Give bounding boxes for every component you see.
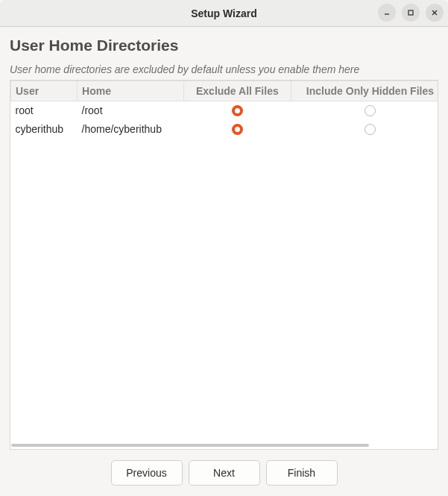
cell-hidden [291, 101, 438, 120]
maximize-button[interactable] [402, 4, 420, 22]
footer: Previous Next Finish [0, 450, 448, 496]
minimize-button[interactable] [378, 4, 396, 22]
svg-rect-1 [408, 10, 413, 15]
window-controls [378, 4, 444, 22]
close-button[interactable] [426, 4, 444, 22]
radio-exclude-all[interactable] [232, 124, 243, 135]
radio-include-hidden[interactable] [365, 105, 376, 116]
table-row: cyberithub /home/cyberithub [11, 120, 439, 139]
radio-include-hidden[interactable] [365, 124, 376, 135]
next-button[interactable]: Next [189, 460, 260, 486]
previous-button[interactable]: Previous [111, 460, 183, 486]
cell-user: root [11, 101, 78, 120]
titlebar: Setup Wizard [0, 0, 448, 27]
radio-exclude-all[interactable] [232, 105, 243, 116]
close-icon [431, 9, 438, 16]
col-home[interactable]: Home [78, 81, 183, 101]
users-table: User Home Exclude All Files Include Only… [10, 81, 438, 139]
window-title: Setup Wizard [191, 7, 257, 19]
scrollbar-thumb[interactable] [11, 444, 369, 447]
cell-hidden [291, 120, 438, 139]
users-table-container: User Home Exclude All Files Include Only… [10, 80, 438, 450]
horizontal-scrollbar[interactable] [11, 442, 437, 448]
page-title: User Home Directories [10, 37, 438, 54]
cell-exclude [183, 101, 291, 120]
col-user[interactable]: User [11, 81, 78, 101]
col-exclude-all[interactable]: Exclude All Files [183, 81, 291, 101]
header-row: User Home Exclude All Files Include Only… [11, 81, 439, 101]
cell-user: cyberithub [11, 120, 78, 139]
col-include-hidden[interactable]: Include Only Hidden Files [291, 81, 438, 101]
cell-exclude [183, 120, 291, 139]
maximize-icon [407, 9, 414, 16]
content-area: User Home Directories User home director… [0, 27, 448, 450]
finish-button[interactable]: Finish [266, 460, 338, 486]
cell-home: /home/cyberithub [78, 120, 183, 139]
page-subtitle: User home directories are excluded by de… [10, 63, 438, 75]
minimize-icon [383, 9, 391, 16]
table-row: root /root [11, 101, 439, 120]
cell-home: /root [78, 101, 183, 120]
